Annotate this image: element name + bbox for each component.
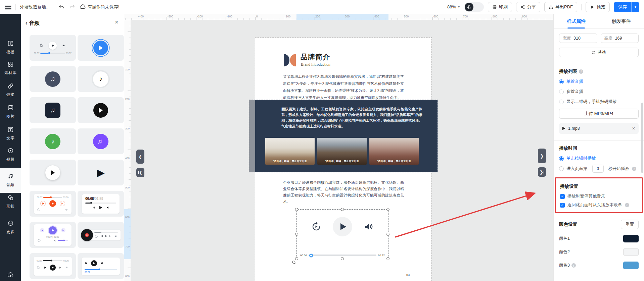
audio-widget-thumb-plain-play[interactable]: ▶	[78, 160, 124, 185]
play-settings-title: 播放设置	[560, 183, 638, 189]
sidebar-item-label: 链接	[6, 92, 14, 97]
replace-button[interactable]: 替换	[559, 48, 639, 57]
height-field[interactable]: 高度169	[601, 34, 639, 43]
audio-widget-thumb-circle-note[interactable]: ♬	[78, 128, 124, 154]
selection-handle[interactable]	[295, 257, 298, 260]
audio-player-widget[interactable]: 00:00 05:32	[296, 209, 388, 259]
audio-widget-thumb-card-time[interactable]: 00:08/01:59	[78, 191, 124, 217]
info-icon[interactable]: i	[579, 69, 583, 74]
volume-icon[interactable]	[364, 222, 374, 232]
print-button[interactable]: 印刷	[488, 2, 512, 12]
document-page[interactable]: 品牌简介 Brand Introduction 某某幕墙工程企业作为幕墙装饰领域…	[255, 38, 431, 281]
progress-bar[interactable]	[309, 255, 376, 256]
close-icon[interactable]: ✕	[114, 19, 119, 25]
tab-trigger-events[interactable]: 触发事件	[599, 14, 644, 29]
color3-swatch[interactable]	[623, 262, 639, 269]
audio-widget-thumb-circle-play[interactable]	[78, 97, 124, 123]
redo-icon[interactable]	[69, 4, 76, 10]
audio-widget-thumb-circle-play[interactable]	[78, 35, 124, 61]
file-play-icon[interactable]	[562, 127, 565, 130]
audio-widget-thumb-minibar[interactable]: 00:5703:57	[30, 35, 76, 61]
sidebar-item-template[interactable]: 模板	[0, 38, 21, 57]
save-dropdown-icon[interactable]: ▼	[631, 2, 639, 12]
audio-widget-thumb-card-progress[interactable]: 00:2703:20	[30, 253, 76, 279]
reset-colors-button[interactable]: 重置	[621, 220, 639, 229]
seconds-input[interactable]: 0	[592, 165, 604, 173]
width-field[interactable]: 宽度310	[559, 34, 597, 43]
zoom-control[interactable]: 88%▼	[447, 4, 460, 9]
next-page-button[interactable]: ❯	[538, 149, 546, 163]
team-paragraph: 团队凝聚了建筑、材料、工程领域的资深专家，依托自主研发的幕墙系统与智能化生产体系…	[281, 106, 422, 129]
preview-button[interactable]: 预览	[586, 2, 610, 12]
sidebar-item-label: 更多	[6, 229, 14, 234]
tab-style-properties[interactable]: 样式属性	[554, 14, 599, 29]
sidebar-item-upload[interactable]: 上传	[0, 270, 21, 281]
radio-play-on-click[interactable]: 单击按钮时播放	[559, 156, 639, 161]
selection-handle[interactable]	[386, 233, 389, 236]
annotation-highlight-box: 播放设置 ✓播放时暂停其他音乐 ✓返回此页面时从头播放本歌单i	[555, 177, 643, 213]
selection-handle[interactable]	[341, 208, 344, 211]
panel-scrollbar[interactable]	[641, 103, 643, 173]
sidebar-item-shape[interactable]: 形状	[0, 192, 21, 211]
sidebar-item-image[interactable]: 图片	[0, 103, 21, 121]
menu-icon[interactable]	[5, 5, 11, 9]
divider	[15, 4, 16, 10]
audio-widget-thumb-circle-note[interactable]: ♫	[30, 66, 76, 92]
audio-widget-thumb-card-blue-progress[interactable]: 00:27	[78, 253, 124, 279]
hand-tool-toggle[interactable]	[464, 2, 484, 12]
last-page-button[interactable]: ❯	[538, 167, 546, 177]
sidebar-item-video[interactable]: 视频	[0, 146, 21, 164]
undo-icon[interactable]	[58, 4, 65, 10]
radio-single-audio[interactable]: 单首音频	[559, 79, 639, 85]
selection-handle[interactable]	[386, 257, 389, 260]
info-icon[interactable]: i	[571, 263, 576, 268]
sidebar-item-assets[interactable]: 素材库	[0, 59, 21, 77]
radio-play-on-enter[interactable]: 进入页面第0秒开始播放i	[559, 165, 639, 173]
sidebar-item-more[interactable]: 更多	[0, 218, 21, 236]
sidebar-item-audio[interactable]: 音频	[0, 168, 21, 193]
progress-knob[interactable]	[309, 254, 313, 257]
sidebar-item-text[interactable]: 文字	[0, 124, 21, 143]
selection-handle[interactable]	[386, 208, 389, 211]
dark-section[interactable]: 团队凝聚了建筑、材料、工程领域的资深专家，依托自主研发的幕墙系统与智能化生产体系…	[249, 100, 438, 172]
rotate-handle[interactable]	[291, 260, 296, 264]
remove-file-icon[interactable]: ✕	[632, 126, 635, 131]
audio-file-row[interactable]: 1.mp3 ✕	[559, 123, 639, 134]
audio-widget-thumb-circle-note[interactable]: ♪	[30, 128, 76, 154]
top-toolbar: 外墙改造幕墙... 有操作尚未保存! 88%▼	[0, 0, 644, 14]
info-icon[interactable]: i	[625, 203, 629, 207]
cloud-alert-icon	[80, 4, 86, 10]
audio-widget-thumb-circle-play[interactable]	[30, 160, 76, 185]
editor-app: 外墙改造幕墙... 有操作尚未保存! 88%▼	[0, 0, 644, 281]
selection-handle[interactable]	[341, 257, 344, 260]
replay-icon[interactable]	[311, 222, 321, 232]
upload-mp3-button[interactable]: 上传 MP3/MP4	[559, 109, 639, 119]
checkbox-restart-playlist[interactable]: ✓返回此页面时从头播放本歌单i	[560, 202, 638, 208]
selection-handle[interactable]	[295, 208, 298, 211]
audio-widget-thumb-card-purple[interactable]: 00:27 | 23:20	[30, 222, 76, 248]
sidebar-item-link[interactable]: 链接	[0, 81, 21, 99]
divider	[54, 4, 54, 10]
document-title[interactable]: 外墙改造幕墙...	[20, 4, 50, 10]
save-button[interactable]: 保存 ▼	[614, 2, 639, 12]
design-canvas[interactable]: -400-300-200-100010020030040050060070080…	[124, 14, 553, 281]
audio-widget-thumb-square-note[interactable]: ♫	[30, 97, 76, 123]
prev-page-button[interactable]: ❮	[136, 150, 144, 164]
checkbox-pause-other-music[interactable]: ✓播放时暂停其他音乐	[560, 193, 638, 199]
audio-widget-thumb-card-orange[interactable]: 00:0703:30	[30, 191, 76, 217]
printer-icon	[492, 5, 497, 9]
export-pdf-button[interactable]: 导出PDF	[544, 2, 577, 12]
first-page-button[interactable]: ❮	[136, 168, 144, 177]
audio-widget-thumb-circle-note[interactable]: ♪	[78, 66, 124, 92]
info-icon[interactable]: i	[632, 167, 636, 171]
selection-handle[interactable]	[295, 233, 298, 236]
share-button[interactable]: 分享	[516, 2, 540, 12]
radio-qrcode[interactable]: 显示二维码，手机扫码播放	[559, 99, 639, 105]
section-edge-handle	[249, 100, 255, 172]
back-icon[interactable]: ‹	[26, 20, 27, 26]
color1-swatch[interactable]	[623, 235, 639, 242]
radio-multi-audio[interactable]: 多首音频	[559, 89, 639, 95]
audio-widget-thumb-vinyl-bar[interactable]	[78, 222, 124, 248]
play-button[interactable]	[333, 217, 352, 236]
color2-swatch[interactable]	[623, 248, 639, 256]
